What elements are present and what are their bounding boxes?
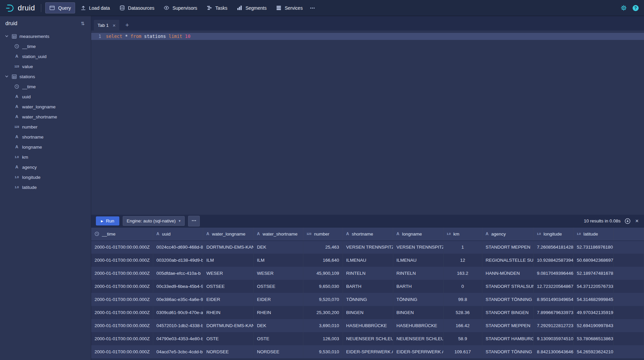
cell-longitude[interactable]: 8.9501490349654 — [533, 293, 573, 306]
cell-number[interactable]: 25,300,200 — [303, 306, 343, 319]
cell-water_longname[interactable]: OSTSEE — [203, 280, 253, 293]
cell-latitude[interactable]: 53.780686513863 — [573, 332, 613, 345]
cell-water_longname[interactable]: RHEIN — [203, 306, 253, 319]
cell-km[interactable]: 0 — [443, 280, 482, 293]
cell-longname[interactable]: TÖNNING — [393, 293, 443, 306]
tree-column-__time[interactable]: __time — [0, 41, 91, 51]
cell-longname[interactable]: BINGEN — [393, 306, 443, 319]
cell-water_shortname[interactable]: WESER — [253, 267, 303, 280]
cell-uuid[interactable]: 005dfdae-efcc-410a-b — [153, 267, 203, 280]
nav-item-datasources[interactable]: Datasources — [115, 2, 159, 13]
cell-water_longname[interactable]: NORDSEE — [203, 345, 253, 358]
cell-uuid[interactable]: 0309cd61-90c9-470e-a — [153, 306, 203, 319]
tree-column-value[interactable]: 123value — [0, 61, 91, 71]
cell-longitude[interactable]: 10.928842587394 — [533, 254, 573, 267]
tree-table-measurements[interactable]: measurements — [0, 31, 91, 41]
tree-column-agency[interactable]: Aagency — [0, 162, 91, 172]
cell-water_longname[interactable]: DORTMUND-EMS-KANAL — [203, 241, 253, 254]
tree-column-station_uuid[interactable]: Astation_uuid — [0, 51, 91, 61]
cell-uuid[interactable]: 00e386ac-e35c-4a6e-9 — [153, 293, 203, 306]
cell-shortname[interactable]: NEUENSEER SCHLEUSE — [343, 332, 393, 345]
cell-number[interactable]: 9,530,010 — [303, 345, 343, 358]
run-button[interactable]: ▶ Run — [96, 216, 119, 225]
cell-uuid[interactable]: 04acd7e5-3cbc-4cdd-b — [153, 345, 203, 358]
cell-agency[interactable]: STANDORT TÖNNING — [482, 345, 533, 358]
cell-__time[interactable]: 2000-01-01T00:00:00.000Z — [91, 345, 153, 358]
column-header-latitude[interactable]: 1.0latitude — [573, 227, 613, 241]
cell-agency[interactable]: STANDORT MEPPEN — [482, 241, 533, 254]
cell-number[interactable]: 3,690,010 — [303, 319, 343, 332]
tab-tab1[interactable]: Tab 1 × — [94, 20, 119, 31]
cell-number[interactable]: 25,463 — [303, 241, 343, 254]
cell-uuid[interactable]: 04790e03-4353-4e80-b — [153, 332, 203, 345]
cell-longitude[interactable]: 7.2608564181428 — [533, 241, 573, 254]
cell-longname[interactable]: EIDER-SPERRWERK AP — [393, 345, 443, 358]
column-header-water_shortname[interactable]: Awater_shortname — [253, 227, 303, 241]
cell-shortname[interactable]: BINGEN — [343, 306, 393, 319]
cell-longitude[interactable]: 12.723220564867 — [533, 280, 573, 293]
column-header-km[interactable]: 1.0km — [443, 227, 482, 241]
cell-agency[interactable]: REGIONALSTELLE SUHL — [482, 254, 533, 267]
cell-km[interactable]: 528.36 — [443, 306, 482, 319]
cell-__time[interactable]: 2000-01-01T00:00:00.000Z — [91, 319, 153, 332]
cell-longname[interactable]: HASEHUBBRÜCKE — [393, 319, 443, 332]
cell-agency[interactable]: STANDORT HAMBURG — [482, 332, 533, 345]
tree-column-km[interactable]: 1.0km — [0, 152, 91, 162]
nav-item-query[interactable]: Query — [45, 2, 75, 13]
cell-__time[interactable]: 2000-01-01T00:00:00.000Z — [91, 332, 153, 345]
column-header-longname[interactable]: Alongname — [393, 227, 443, 241]
cell-water_longname[interactable]: OSTE — [203, 332, 253, 345]
cell-water_shortname[interactable]: DEK — [253, 319, 303, 332]
column-header-__time[interactable]: __time — [91, 227, 153, 241]
sort-columns-icon[interactable]: ⇅ — [81, 21, 85, 26]
cell-water_shortname[interactable]: OSTE — [253, 332, 303, 345]
tree-column-latitude[interactable]: 1.0latitude — [0, 182, 91, 192]
cell-water_shortname[interactable]: ILM — [253, 254, 303, 267]
cell-latitude[interactable]: 52.694190997843 — [573, 319, 613, 332]
cell-longitude[interactable]: 9.0817049396446 — [533, 267, 573, 280]
help-icon[interactable]: ? — [633, 5, 639, 11]
cell-__time[interactable]: 2000-01-01T00:00:00.000Z — [91, 293, 153, 306]
column-header-longitude[interactable]: 1.0longitude — [533, 227, 573, 241]
cell-longname[interactable]: ILMENAU — [393, 254, 443, 267]
cell-water_shortname[interactable]: NORDSEE — [253, 345, 303, 358]
cell-uuid[interactable]: 00c33ed9-6bea-45b4-9 — [153, 280, 203, 293]
tree-table-stations[interactable]: stations — [0, 71, 91, 82]
column-header-water_longname[interactable]: Awater_longname — [203, 227, 253, 241]
cell-uuid[interactable]: 003200ab-d138-49d9-b — [153, 254, 203, 267]
settings-gear-icon[interactable] — [621, 5, 627, 11]
druid-logo-icon[interactable] — [5, 3, 15, 13]
cell-__time[interactable]: 2000-01-01T00:00:00.000Z — [91, 306, 153, 319]
cell-uuid[interactable]: 0024cc40-d690-468d-8 — [153, 241, 203, 254]
cell-latitude[interactable]: 54.314682999845 — [573, 293, 613, 306]
download-results-button[interactable] — [624, 217, 631, 225]
tree-column-water_longname[interactable]: Awater_longname — [0, 102, 91, 112]
cell-shortname[interactable]: EIDER-SPERRWERK AP — [343, 345, 393, 358]
cell-__time[interactable]: 2000-01-01T00:00:00.000Z — [91, 280, 153, 293]
cell-water_shortname[interactable]: OSTSEE — [253, 280, 303, 293]
cell-water_shortname[interactable]: DEK — [253, 241, 303, 254]
cell-km[interactable]: 58.9 — [443, 332, 482, 345]
cell-longname[interactable]: VERSEN TRENNSPITZE — [393, 241, 443, 254]
cell-number[interactable]: 45,900,109 — [303, 267, 343, 280]
cell-__time[interactable]: 2000-01-01T00:00:00.000Z — [91, 241, 153, 254]
cell-longname[interactable]: BARTH — [393, 280, 443, 293]
cell-agency[interactable]: STANDORT MEPPEN — [482, 319, 533, 332]
cell-latitude[interactable]: 54.371220576733 — [573, 280, 613, 293]
nav-item-services[interactable]: Services — [272, 2, 307, 13]
cell-water_longname[interactable]: WESER — [203, 267, 253, 280]
column-header-agency[interactable]: Aagency — [482, 227, 533, 241]
cell-latitude[interactable]: 52.731186976180 — [573, 241, 613, 254]
cell-number[interactable]: 166,640 — [303, 254, 343, 267]
cell-longitude[interactable]: 7.2929122812723 — [533, 319, 573, 332]
cell-latitude[interactable]: 49.970342135919 — [573, 306, 613, 319]
cell-longitude[interactable]: 8.8421300643646 — [533, 345, 573, 358]
nav-item-load-data[interactable]: Load data — [76, 2, 114, 13]
cell-latitude[interactable]: 52.189747481678 — [573, 267, 613, 280]
chevron-down-icon[interactable] — [5, 74, 9, 79]
cell-shortname[interactable]: ILMENAU — [343, 254, 393, 267]
cell-uuid[interactable]: 04572010-1db2-4338-b — [153, 319, 203, 332]
cell-water_longname[interactable]: ILM — [203, 254, 253, 267]
cell-agency[interactable]: STANDORT TÖNNING — [482, 293, 533, 306]
cell-shortname[interactable]: BARTH — [343, 280, 393, 293]
